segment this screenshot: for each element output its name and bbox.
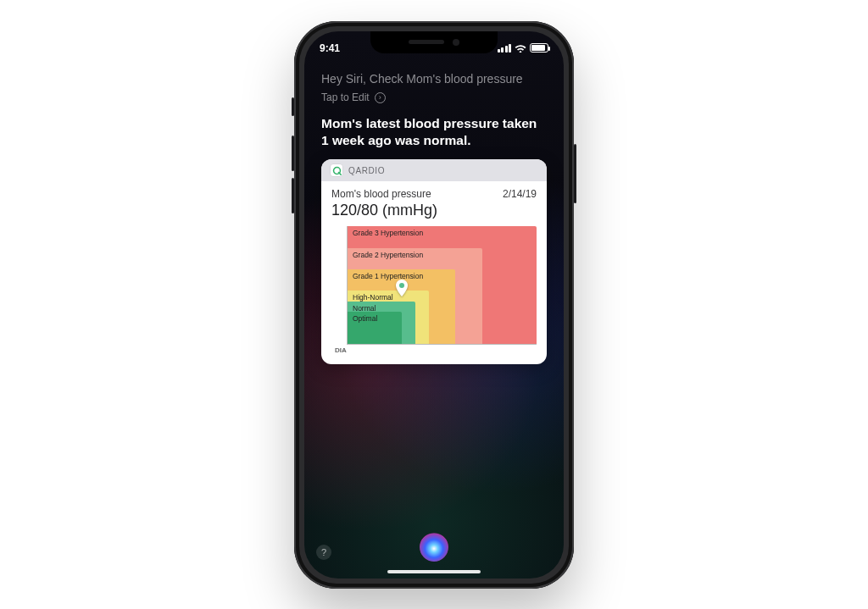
siri-response: Mom's latest blood pressure taken 1 week… — [321, 115, 547, 149]
tap-to-edit-button[interactable]: Tap to Edit › — [321, 91, 547, 103]
x-axis: DIA — [347, 345, 537, 354]
side-power-button[interactable] — [574, 144, 576, 203]
home-indicator[interactable] — [387, 570, 481, 573]
qardio-result-card[interactable]: QARDIO Mom's blood pressure 2/14/19 120/… — [321, 159, 547, 364]
card-date: 2/14/19 — [503, 188, 537, 200]
cellular-signal-icon — [498, 44, 512, 53]
bp-marker-pin-icon — [395, 280, 409, 296]
card-body: Mom's blood pressure 2/14/19 120/80 (mmH… — [321, 181, 547, 364]
bp-chart: Grade 3 HypertensionGrade 2 Hypertension… — [331, 226, 537, 354]
tap-to-edit-label: Tap to Edit — [321, 91, 370, 103]
notch — [370, 31, 498, 53]
earpiece-speaker — [409, 40, 444, 44]
volume-down-button[interactable] — [292, 178, 294, 213]
card-app-name: QARDIO — [348, 166, 385, 175]
phone-screen: 9:41 Hey Siri, Check Mom's blood pressur… — [304, 31, 564, 579]
siri-utterance: Hey Siri, Check Mom's blood pressure — [321, 72, 542, 87]
bp-zone: Optimal — [348, 312, 402, 344]
qardio-app-icon — [330, 163, 343, 177]
iphone-frame: 9:41 Hey Siri, Check Mom's blood pressur… — [294, 21, 574, 589]
status-time: 9:41 — [320, 42, 340, 54]
svg-point-1 — [399, 283, 404, 288]
card-header: QARDIO — [321, 159, 547, 181]
bp-plot: Grade 3 HypertensionGrade 2 Hypertension… — [347, 226, 537, 345]
battery-icon — [530, 43, 548, 53]
siri-orb-icon[interactable] — [420, 533, 448, 562]
volume-up-button[interactable] — [292, 136, 294, 171]
wifi-icon — [515, 43, 526, 53]
card-title: Mom's blood pressure — [331, 188, 431, 200]
mute-switch[interactable] — [292, 97, 294, 116]
x-axis-ticks — [335, 346, 537, 354]
stage: 9:41 Hey Siri, Check Mom's blood pressur… — [0, 0, 868, 609]
front-camera — [453, 39, 459, 46]
siri-overlay: Hey Siri, Check Mom's blood pressure Tap… — [304, 31, 564, 579]
bp-reading: 120/80 (mmHg) — [331, 202, 537, 219]
y-axis — [331, 226, 347, 354]
chevron-right-icon: › — [375, 92, 386, 103]
siri-help-button[interactable]: ? — [316, 545, 331, 560]
